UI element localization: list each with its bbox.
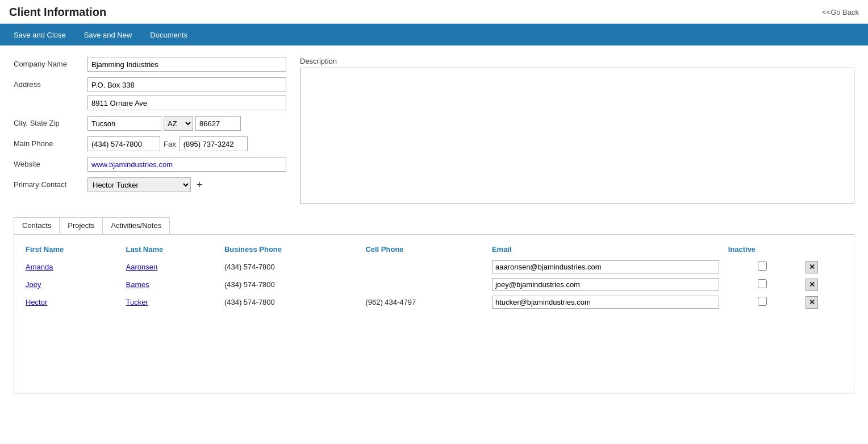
contact-email-cell xyxy=(487,258,724,276)
contacts-table-header: First Name Last Name Business Phone Cell… xyxy=(21,242,847,258)
contact-last-name-link[interactable]: Barnes xyxy=(122,276,220,293)
main-phone-input[interactable] xyxy=(87,136,160,151)
table-row: Hector Tucker (434) 574-7800 (962) 434-4… xyxy=(21,293,847,311)
page-title: Client Information xyxy=(9,6,106,19)
company-name-controls xyxy=(87,57,286,72)
city-state-zip-row: City, State Zip AZ xyxy=(14,116,286,131)
tab-contacts[interactable]: Contacts xyxy=(14,218,60,234)
fax-label: Fax xyxy=(164,140,176,148)
col-header-last-name: Last Name xyxy=(122,242,220,258)
primary-contact-label: Primary Contact xyxy=(14,177,87,189)
state-select[interactable]: AZ xyxy=(164,116,193,131)
primary-contact-controls: Hector Tucker + xyxy=(87,177,205,192)
contact-cell-phone xyxy=(361,258,487,276)
col-header-business-phone: Business Phone xyxy=(220,242,361,258)
company-name-input[interactable] xyxy=(87,57,286,72)
address-row: Address xyxy=(14,77,286,110)
contact-cell-phone xyxy=(361,276,487,293)
fax-input[interactable] xyxy=(180,136,248,151)
toolbar: Save and Close Save and New Documents xyxy=(0,24,868,45)
address-controls xyxy=(87,77,286,110)
table-row: Amanda Aaronsen (434) 574-7800 ✕ xyxy=(21,258,847,276)
website-row: Website xyxy=(14,157,286,172)
contact-email-input[interactable] xyxy=(492,278,719,291)
website-controls xyxy=(87,157,286,172)
go-back-link[interactable]: <<Go Back xyxy=(822,8,859,16)
contact-inactive-cell xyxy=(724,276,802,293)
contact-email-cell xyxy=(487,293,724,311)
contact-cell-phone: (962) 434-4797 xyxy=(361,293,487,311)
delete-contact-button[interactable]: ✕ xyxy=(806,279,818,291)
page-header: Client Information <<Go Back xyxy=(0,0,868,24)
col-header-inactive: Inactive xyxy=(724,242,802,258)
city-state-zip-controls: AZ xyxy=(87,116,241,131)
contact-inactive-cell xyxy=(724,293,802,311)
contact-delete-cell: ✕ xyxy=(801,276,847,293)
website-label: Website xyxy=(14,157,87,168)
contact-business-phone: (434) 574-7800 xyxy=(220,276,361,293)
form-section: Company Name Address City, State Zip xyxy=(14,57,854,206)
inactive-checkbox[interactable] xyxy=(758,262,767,271)
table-row: Joey Barnes (434) 574-7800 ✕ xyxy=(21,276,847,293)
col-header-cell-phone: Cell Phone xyxy=(361,242,487,258)
main-content: Company Name Address City, State Zip xyxy=(0,45,868,405)
phone-fax-controls: Fax xyxy=(87,136,248,151)
contact-first-name-link[interactable]: Hector xyxy=(21,293,122,311)
city-state-zip-label: City, State Zip xyxy=(14,116,87,127)
tab-projects[interactable]: Projects xyxy=(60,218,103,234)
tabs-section: Contacts Projects Activities/Notes First… xyxy=(14,217,854,393)
address2-input[interactable] xyxy=(87,96,286,110)
description-textarea[interactable] xyxy=(300,68,854,204)
inactive-checkbox[interactable] xyxy=(758,279,767,288)
contact-inactive-cell xyxy=(724,258,802,276)
inactive-checkbox[interactable] xyxy=(758,297,767,306)
main-phone-label: Main Phone xyxy=(14,136,87,148)
delete-contact-button[interactable]: ✕ xyxy=(806,261,818,273)
city-input[interactable] xyxy=(87,116,161,131)
contact-delete-cell: ✕ xyxy=(801,293,847,311)
company-name-label: Company Name xyxy=(14,57,87,68)
save-new-button[interactable]: Save and New xyxy=(75,26,141,44)
contact-last-name-link[interactable]: Tucker xyxy=(122,293,220,311)
col-header-email: Email xyxy=(487,242,724,258)
company-name-row: Company Name xyxy=(14,57,286,72)
contact-first-name-link[interactable]: Joey xyxy=(21,276,122,293)
contact-business-phone: (434) 574-7800 xyxy=(220,258,361,276)
contacts-table: First Name Last Name Business Phone Cell… xyxy=(21,242,847,311)
address1-input[interactable] xyxy=(87,77,286,92)
col-header-first-name: First Name xyxy=(21,242,122,258)
form-left: Company Name Address City, State Zip xyxy=(14,57,286,206)
contact-last-name-link[interactable]: Aaronsen xyxy=(122,258,220,276)
tab-activities-notes[interactable]: Activities/Notes xyxy=(103,218,169,234)
documents-button[interactable]: Documents xyxy=(141,26,197,44)
delete-contact-button[interactable]: ✕ xyxy=(806,296,818,309)
primary-contact-row: Primary Contact Hector Tucker + xyxy=(14,177,286,192)
address-label: Address xyxy=(14,77,87,89)
contact-business-phone: (434) 574-7800 xyxy=(220,293,361,311)
save-close-button[interactable]: Save and Close xyxy=(5,26,75,44)
add-contact-button[interactable]: + xyxy=(194,179,205,191)
website-input[interactable] xyxy=(87,157,286,172)
description-label: Description xyxy=(300,57,854,65)
contact-email-input[interactable] xyxy=(492,296,719,309)
contact-delete-cell: ✕ xyxy=(801,258,847,276)
contact-email-cell xyxy=(487,276,724,293)
form-right: Description xyxy=(300,57,854,206)
contact-first-name-link[interactable]: Amanda xyxy=(21,258,122,276)
col-header-delete xyxy=(801,242,847,258)
contact-email-input[interactable] xyxy=(492,260,719,273)
tab-content-contacts: First Name Last Name Business Phone Cell… xyxy=(14,234,854,393)
phone-row: Main Phone Fax xyxy=(14,136,286,151)
tab-bar: Contacts Projects Activities/Notes xyxy=(14,217,170,234)
zip-input[interactable] xyxy=(195,116,241,131)
primary-contact-select[interactable]: Hector Tucker xyxy=(87,177,191,192)
